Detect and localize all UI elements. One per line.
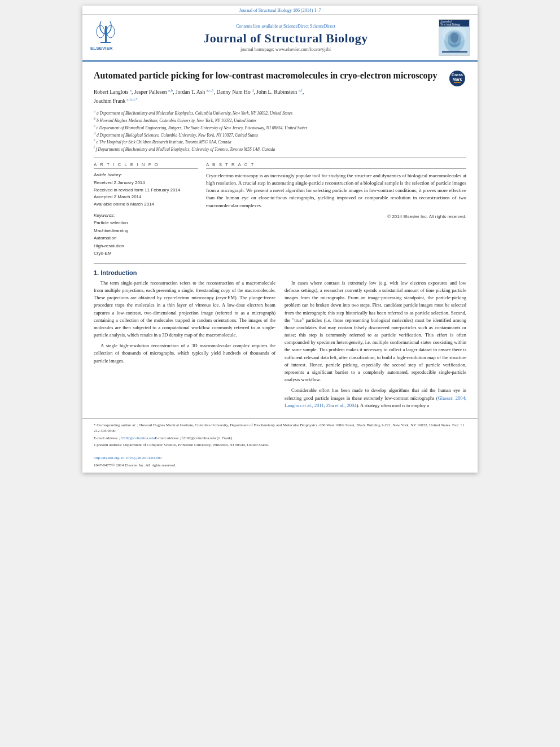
abstract-heading: A B S T R A C T bbox=[206, 162, 466, 169]
intro-para3: In cases where contrast is extremely low… bbox=[285, 279, 466, 383]
copyright-notice: © 2014 Elsevier Inc. All rights reserved… bbox=[206, 214, 466, 219]
article-info-col: A R T I C L E I N F O Article history: R… bbox=[94, 162, 198, 257]
svg-point-12 bbox=[450, 33, 458, 43]
svg-rect-17 bbox=[454, 82, 461, 83]
svg-point-2 bbox=[97, 25, 104, 38]
svg-point-11 bbox=[448, 32, 461, 47]
footnote-email: E-mail address: jf2192@columbia.eduE-mai… bbox=[94, 435, 466, 442]
ref-glaeser[interactable]: Glaeser, 2004; Langlois et al., 2011; Zh… bbox=[285, 395, 466, 408]
keyword-3: Automation bbox=[94, 234, 198, 242]
sciencedirect-link: Contents lists available at ScienceDirec… bbox=[134, 24, 437, 29]
footnote-1: 1 present address: Department of Compute… bbox=[94, 442, 466, 448]
doi-anchor[interactable]: http://dx.doi.org/10.1016/j.jsb.2014.03.… bbox=[94, 456, 162, 460]
article-info-heading: A R T I C L E I N F O bbox=[94, 162, 198, 169]
affiliation-d: d d Department of Biological Sciences, C… bbox=[94, 131, 466, 138]
keyword-1: Particle selection bbox=[94, 219, 198, 227]
svg-point-3 bbox=[107, 25, 115, 38]
journal-title-area: Contents lists available at ScienceDirec… bbox=[134, 24, 437, 52]
issn-text: 1047-8477/© 2014 Elsevier Inc. All right… bbox=[94, 462, 466, 469]
abstract-col: A B S T R A C T Cryo-electron microscopy… bbox=[206, 162, 466, 257]
available-date: Available online 6 March 2014 bbox=[94, 201, 198, 208]
doi-link: http://dx.doi.org/10.1016/j.jsb.2014.03.… bbox=[94, 455, 466, 461]
email-link[interactable]: jf2192@columbia.edu bbox=[120, 436, 155, 440]
svg-text:Cross: Cross bbox=[452, 73, 463, 77]
authors: Robert Langlois a, Jesper Pallesen a,b, … bbox=[94, 88, 466, 106]
intro-para1: The term single-particle reconstruction … bbox=[94, 279, 275, 339]
article-title: Automated particle picking for low-contr… bbox=[94, 69, 466, 82]
svg-text:Structural Biology: Structural Biology bbox=[440, 23, 461, 26]
article-content: Automated particle picking for low-contr… bbox=[82, 62, 478, 263]
journal-homepage: journal homepage: www.elsevier.com/locat… bbox=[134, 47, 437, 52]
affiliation-e: e e The Hospital for Sick Children Resea… bbox=[94, 138, 466, 145]
received-date: Received 2 January 2014 bbox=[94, 180, 198, 187]
footer-area: * Corresponding author at: ; Howard Hugh… bbox=[82, 418, 478, 473]
svg-point-10 bbox=[444, 30, 465, 53]
sciencedirect-anchor[interactable]: ScienceDirect bbox=[310, 24, 335, 29]
journal-bar: Journal of Structural Biology 186 (2014)… bbox=[82, 6, 478, 15]
body-col-right: In cases where contrast is extremely low… bbox=[285, 279, 466, 413]
body-area: 1. Introduction The term single-particle… bbox=[82, 264, 478, 418]
keywords-label: Keywords: bbox=[94, 213, 198, 218]
journal-name: Journal of Structural Biology bbox=[134, 31, 437, 46]
body-columns: The term single-particle reconstruction … bbox=[94, 279, 466, 413]
svg-text:ELSEVIER: ELSEVIER bbox=[90, 46, 113, 51]
revised-date: Received in revised form 11 February 201… bbox=[94, 187, 198, 194]
accepted-date: Accepted 2 March 2014 bbox=[94, 194, 198, 201]
affiliation-b: b b Howard Hughes Medical Institute, Col… bbox=[94, 116, 466, 124]
affiliations: a a Department of Biochemistry and Molec… bbox=[94, 109, 466, 152]
elsevier-logo: ELSEVIER bbox=[89, 21, 134, 54]
journal-cover: Journal of Structural Biology bbox=[437, 19, 471, 56]
info-abstract-section: A R T I C L E I N F O Article history: R… bbox=[94, 162, 466, 257]
divider bbox=[94, 157, 466, 158]
affiliation-a: a a Department of Biochemistry and Molec… bbox=[94, 109, 466, 116]
svg-rect-4 bbox=[100, 42, 111, 43]
keyword-4: High-resolution bbox=[94, 242, 198, 250]
intro-section-title: 1. Introduction bbox=[94, 269, 466, 276]
svg-text:Mark: Mark bbox=[453, 77, 462, 81]
journal-issue-text: Journal of Structural Biology 186 (2014)… bbox=[239, 8, 321, 13]
crossmark-icon[interactable]: Cross Mark bbox=[448, 69, 466, 88]
cover-image: Journal of Structural Biology bbox=[439, 19, 470, 56]
affiliation-f: f f Departments of Biochemistry and Medi… bbox=[94, 145, 466, 152]
intro-para2: A single high-resolution reconstruction … bbox=[94, 342, 275, 365]
body-col-left: The term single-particle reconstruction … bbox=[94, 279, 275, 413]
svg-rect-13 bbox=[442, 51, 467, 53]
affiliation-c: c c Department of Biomedical Engineering… bbox=[94, 124, 466, 131]
journal-header: ELSEVIER Contents lists available at Sci… bbox=[82, 15, 478, 62]
intro-para4: Considerable effort has been made to dev… bbox=[285, 387, 466, 409]
keyword-2: Machine-learning bbox=[94, 227, 198, 235]
abstract-text: Cryo-electron microscopy is an increasin… bbox=[206, 172, 466, 209]
keyword-5: Cryo-EM bbox=[94, 250, 198, 257]
history-label: Article history: bbox=[94, 172, 198, 177]
footnote-star: * Corresponding author at: ; Howard Hugh… bbox=[94, 422, 466, 434]
keywords-list: Particle selection Machine-learning Auto… bbox=[94, 219, 198, 257]
